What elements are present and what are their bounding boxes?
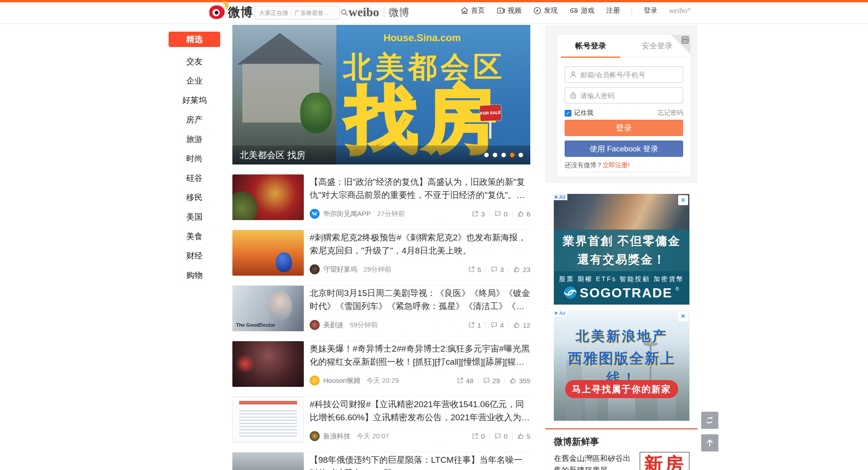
carousel-caption[interactable]: 北美都会区 找房 — [240, 149, 484, 161]
share-button[interactable]: 1 — [468, 321, 481, 329]
banner-carousel[interactable]: House.Sina.com 北美都会区 找房 FOR SALE 北美都会区 找… — [232, 25, 530, 164]
post-text[interactable]: #刺猬索尼克2终极预告#《刺猬索尼克2》也发布新海报，索尼克回归，"升级了"，4… — [310, 231, 530, 257]
post-text[interactable]: 奥妹美爆！#奇异博士2##奇异博士2:疯狂多元宇宙#曝光黑化的猩红女巫新剧照一枚… — [310, 342, 530, 368]
refresh-button[interactable] — [701, 412, 718, 429]
search-box[interactable] — [255, 6, 340, 19]
comment-button[interactable]: 4 — [491, 321, 504, 329]
ad-line2: 還有交易獎金！ — [577, 252, 666, 268]
avatar[interactable] — [310, 431, 320, 441]
ad-choices-label[interactable]: Ad — [554, 194, 567, 200]
sidebar-item-hollywood[interactable]: 好莱坞 — [169, 90, 220, 110]
avatar[interactable] — [310, 320, 320, 330]
like-button[interactable]: 5 — [517, 432, 530, 440]
carousel-dot-1[interactable] — [484, 153, 489, 157]
nav-home[interactable]: 首页 — [460, 6, 485, 15]
sidebar-item-usa[interactable]: 美国 — [169, 207, 220, 226]
comment-button[interactable]: 0 — [494, 210, 507, 218]
post-author[interactable]: Houson猴姆 — [323, 376, 360, 385]
remember-checkbox[interactable]: ✓ — [565, 110, 571, 117]
nav-video[interactable]: 视频 — [496, 6, 521, 15]
post-author[interactable]: 新浪科技 — [323, 432, 350, 441]
sidebar-item-featured[interactable]: 精选 — [169, 32, 220, 47]
password-input[interactable] — [580, 92, 683, 99]
remember-row: ✓ 记住我 忘记密码 — [565, 109, 683, 117]
comment-button[interactable]: 0 — [494, 432, 507, 440]
nav-game[interactable]: 游戏 — [569, 6, 594, 15]
password-field[interactable] — [565, 87, 683, 103]
weibo-logo[interactable]: 微博 — [209, 5, 253, 19]
sidebar-item-immigration[interactable]: 移民 — [169, 188, 220, 207]
carousel-dot-3[interactable] — [501, 153, 506, 157]
fresh-news-text[interactable]: 在舊金山灣區和矽谷出售的新建築房屋 — [554, 453, 637, 470]
username-field[interactable] — [565, 66, 683, 83]
login-button[interactable]: 登录 — [565, 120, 683, 136]
post-author[interactable]: 美剧迷 — [323, 321, 344, 329]
like-button[interactable]: 355 — [509, 377, 530, 385]
post-author[interactable]: 守望好莱坞 — [323, 265, 357, 274]
comment-button[interactable]: 29 — [483, 377, 500, 385]
share-button[interactable]: 0 — [472, 432, 485, 440]
back-to-top-button[interactable] — [701, 434, 718, 451]
brand-cn: 微博 — [389, 5, 410, 19]
share-icon — [468, 321, 475, 329]
sidebar-item-realestate[interactable]: 房产 — [169, 110, 220, 129]
feed-item: #刺猬索尼克2终极预告#《刺猬索尼克2》也发布新海报，索尼克回归，"升级了"，4… — [232, 230, 530, 286]
nav-login[interactable]: 登录 — [644, 6, 657, 15]
share-button[interactable]: 5 — [468, 266, 481, 273]
sidebar-item-shopping[interactable]: 购物 — [169, 265, 220, 285]
share-button[interactable]: 3 — [472, 210, 485, 218]
nav-discover[interactable]: 发现 — [533, 6, 557, 15]
ad-sina-realestate[interactable]: Ad × 北美新浪地产 西雅图版全新上线！ 马上寻找属于你的新家 — [554, 310, 689, 421]
post-thumbnail[interactable]: The GoodDoctor — [232, 286, 304, 331]
like-button[interactable]: 12 — [513, 321, 530, 329]
avatar[interactable] — [310, 376, 320, 385]
post-thumbnail[interactable] — [232, 341, 304, 387]
carousel-dot-2[interactable] — [493, 153, 497, 157]
sidebar-item-friends[interactable]: 交友 — [169, 52, 220, 71]
comment-button[interactable]: 3 — [491, 266, 504, 273]
like-icon — [517, 432, 524, 440]
sidebar-item-business[interactable]: 企业 — [169, 71, 220, 90]
feed-item: 【98年俄债违约下的巨星陨落：LTCM往事】当年名噪一时的对冲基金LTCM跌 — [232, 452, 530, 470]
tab-account-login[interactable]: 帐号登录 — [557, 35, 624, 57]
sidebar-item-food[interactable]: 美食 — [169, 226, 220, 246]
carousel-dot-4-active[interactable] — [510, 153, 514, 157]
sidebar-item-travel[interactable]: 旅游 — [169, 129, 220, 149]
nav-register[interactable]: 注册 — [606, 6, 620, 15]
new-house-badge[interactable]: 新房 — [640, 452, 689, 470]
avatar[interactable]: W — [310, 209, 320, 219]
ad-close-button[interactable]: × — [678, 195, 688, 205]
search-icon[interactable] — [340, 6, 349, 19]
share-button[interactable]: 48 — [457, 377, 474, 385]
post-text[interactable]: 【高盛：旧"政治"经济的复仇】高盛认为，旧政策的新"复仇"对大宗商品前景的重要性… — [310, 175, 530, 202]
like-button[interactable]: 23 — [513, 266, 530, 273]
post-thumbnail[interactable] — [232, 452, 304, 470]
avatar[interactable] — [310, 264, 320, 274]
post-thumbnail[interactable] — [232, 397, 304, 442]
post-text[interactable]: 【98年俄债违约下的巨星陨落：LTCM往事】当年名噪一时的对冲基金LTCM跌 — [310, 453, 530, 470]
sidebar-item-finance[interactable]: 财经 — [169, 246, 220, 265]
facebook-login-button[interactable]: 使用 Facebook 登录 — [565, 141, 683, 157]
post-time: 今天 20:07 — [357, 432, 389, 441]
like-button[interactable]: 6 — [517, 210, 530, 218]
ad-close-button[interactable]: × — [678, 311, 688, 321]
post-text[interactable]: #科技公司财报#【立讯精密2021年营收1541.06亿元，同比增长66.60%… — [310, 398, 530, 424]
sidebar-item-fashion[interactable]: 时尚 — [169, 149, 220, 168]
carousel-dot-5[interactable] — [519, 153, 523, 157]
ad-cta-button[interactable]: 马上寻找属于你的新家 — [565, 380, 678, 398]
post-author[interactable]: 华尔街见闻APP — [323, 210, 371, 218]
like-icon — [513, 266, 520, 273]
search-input[interactable] — [255, 9, 340, 16]
sidebar-item-siliconvalley[interactable]: 硅谷 — [169, 168, 220, 188]
post-text[interactable]: 北京时间3月15日周二美剧导视：《良医》《终局》《镀金时代》《雪国列车》《紧急呼… — [310, 287, 530, 313]
ad-sogotrade[interactable]: Ad × 業界首創 不但零傭金 還有交易獎金！ 股票 期權 ETFs 智能投顧 … — [554, 194, 689, 305]
nav-divider — [632, 8, 632, 14]
qr-login-corner[interactable] — [671, 35, 690, 54]
post-thumbnail[interactable] — [232, 174, 304, 220]
header — [0, 2, 868, 24]
forgot-password-link[interactable]: 忘记密码 — [658, 109, 683, 117]
post-thumbnail[interactable] — [232, 230, 304, 276]
username-input[interactable] — [580, 71, 683, 79]
ad-choices-label[interactable]: Ad — [554, 310, 567, 316]
register-link[interactable]: 立即注册! — [603, 161, 630, 169]
